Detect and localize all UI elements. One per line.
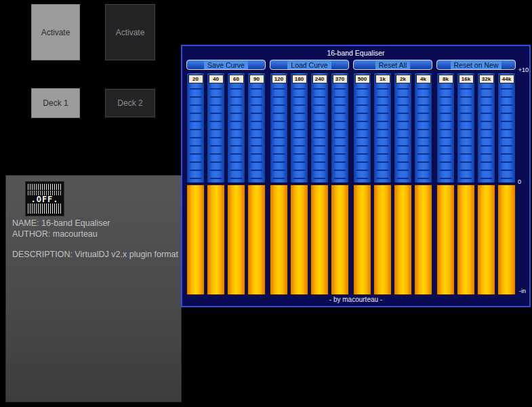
fader-track-lower[interactable]: [227, 185, 245, 295]
deck-2-button[interactable]: Deck 2: [105, 89, 155, 117]
band-frequency-label: 4k: [416, 75, 431, 83]
eq-fader-20[interactable]: 20: [186, 73, 205, 295]
eq-fader-40[interactable]: 40: [207, 73, 225, 295]
fader-track-upper[interactable]: 4k: [414, 73, 432, 183]
fader-track-lower[interactable]: [207, 185, 225, 295]
fader-track-lower[interactable]: [497, 185, 516, 295]
fader-tick-marks: [314, 88, 325, 180]
eq-fader-180[interactable]: 180: [290, 73, 308, 295]
eq-button-label: Reset All: [375, 61, 410, 69]
eq-fader-44k[interactable]: 44k: [497, 73, 516, 295]
fader-track-lower[interactable]: [186, 185, 205, 295]
eq-fader-32k[interactable]: 32k: [477, 73, 495, 295]
band-frequency-label: 120: [272, 75, 287, 83]
fader-tick-marks: [377, 88, 388, 180]
fader-tick-marks: [293, 88, 305, 180]
fader-track-lower[interactable]: [270, 185, 288, 295]
fader-track-upper[interactable]: 8k: [436, 73, 455, 183]
fader-tick-marks: [273, 88, 285, 180]
band-frequency-label: 8k: [438, 75, 453, 83]
eq-button-label: Reset on New: [451, 61, 502, 69]
band-frequency-label: 2k: [396, 75, 411, 83]
plugin-info-panel: .OFF. NAME: 16-band Equaliser AUTHOR: ma…: [5, 175, 182, 402]
fader-track-upper[interactable]: 40: [207, 73, 225, 183]
band-frequency-label: 500: [355, 75, 370, 83]
eq-button-reset-on-new[interactable]: Reset on New: [436, 60, 516, 70]
band-frequency-label: 180: [292, 75, 307, 83]
fader-track-upper[interactable]: 90: [247, 73, 266, 183]
fader-tick-marks: [417, 88, 429, 180]
fader-track-upper[interactable]: 44k: [497, 73, 516, 183]
fader-track-lower[interactable]: [414, 185, 432, 295]
band-frequency-label: 32k: [479, 75, 494, 83]
fader-track-upper[interactable]: 16k: [457, 73, 475, 183]
fader-track-lower[interactable]: [373, 185, 392, 295]
fader-track-lower[interactable]: [353, 185, 371, 295]
fader-track-lower[interactable]: [477, 185, 495, 295]
activate-deck2-button[interactable]: Activate: [105, 4, 155, 60]
plugin-name-text: NAME: 16-band Equaliser: [12, 218, 177, 229]
eq-fader-8k[interactable]: 8k: [436, 73, 455, 295]
eq-button-label: Load Curve: [287, 61, 331, 69]
band-frequency-label: 370: [333, 75, 348, 83]
eq-fader-4k[interactable]: 4k: [414, 73, 432, 295]
plugin-author-text: AUTHOR: macourteau: [12, 229, 177, 239]
eq-button-load-curve[interactable]: Load Curve: [270, 60, 349, 70]
fader-tick-marks: [480, 88, 492, 180]
activate-deck1-button[interactable]: Activate: [31, 4, 80, 60]
equalizer-credit-text: - by macourteau -: [182, 296, 529, 303]
band-frequency-label: 44k: [499, 75, 514, 83]
scale-inf-label: -in: [519, 288, 526, 294]
plugin-icon-label: .OFF.: [26, 195, 64, 204]
eq-fader-16k[interactable]: 16k: [457, 73, 475, 295]
eq-button-row: Save CurveLoad CurveReset AllReset on Ne…: [186, 60, 516, 70]
eq-fader-500[interactable]: 500: [353, 73, 371, 295]
eq-fader-2k[interactable]: 2k: [394, 73, 412, 295]
fader-track-upper[interactable]: 120: [270, 73, 288, 183]
fader-track-upper[interactable]: 240: [310, 73, 329, 183]
fader-tick-marks: [190, 88, 201, 180]
eq-button-save-curve[interactable]: Save Curve: [186, 60, 266, 70]
fader-track-upper[interactable]: 370: [331, 73, 349, 183]
fader-track-lower[interactable]: [331, 185, 349, 295]
fader-track-upper[interactable]: 500: [353, 73, 371, 183]
band-frequency-label: 40: [209, 75, 224, 83]
band-frequency-label: 20: [188, 75, 203, 83]
eq-button-reset-all[interactable]: Reset All: [353, 60, 432, 70]
fader-tick-marks: [440, 88, 451, 180]
fader-track-lower[interactable]: [436, 185, 455, 295]
eq-fader-60[interactable]: 60: [227, 73, 245, 295]
plugin-description-text: DESCRIPTION: VirtualDJ v2.x plugin forma…: [12, 249, 177, 260]
fader-track-upper[interactable]: 20: [186, 73, 205, 183]
fader-track-lower[interactable]: [394, 185, 412, 295]
fader-track-upper[interactable]: 2k: [394, 73, 412, 183]
fader-track-lower[interactable]: [247, 185, 266, 295]
deck-1-button[interactable]: Deck 1: [31, 88, 80, 118]
fader-track-lower[interactable]: [290, 185, 308, 295]
fader-tick-marks: [251, 88, 262, 180]
fader-tick-marks: [397, 88, 409, 180]
band-frequency-label: 240: [312, 75, 327, 83]
band-frequency-label: 60: [229, 75, 244, 83]
fader-track-upper[interactable]: 32k: [477, 73, 495, 183]
fader-track-lower[interactable]: [310, 185, 329, 295]
fader-track-upper[interactable]: 1k: [373, 73, 392, 183]
eq-slider-groups: 204060901201802403705001k2k4k8k16k32k44k: [186, 73, 516, 295]
eq-fader-240[interactable]: 240: [310, 73, 329, 295]
desktop: Activate Activate Deck 1 Deck 2 .OFF. NA…: [0, 0, 532, 407]
plugin-off-icon: .OFF.: [25, 181, 64, 216]
fader-track-upper[interactable]: 180: [290, 73, 308, 183]
eq-fader-370[interactable]: 370: [331, 73, 349, 295]
eq-band-group-3: 5001k2k4k: [353, 73, 432, 295]
fader-track-upper[interactable]: 60: [227, 73, 245, 183]
scale-zero-label: 0: [518, 179, 521, 185]
eq-band-group-2: 120180240370: [270, 73, 349, 295]
fader-tick-marks: [460, 88, 472, 180]
eq-fader-90[interactable]: 90: [247, 73, 266, 295]
scale-plus10-label: +10: [518, 67, 529, 73]
eq-fader-1k[interactable]: 1k: [373, 73, 392, 295]
eq-fader-120[interactable]: 120: [270, 73, 288, 295]
barcode-stripes: [28, 184, 62, 190]
fader-track-lower[interactable]: [457, 185, 475, 295]
equalizer-title: 16-band Equaliser: [182, 49, 529, 57]
